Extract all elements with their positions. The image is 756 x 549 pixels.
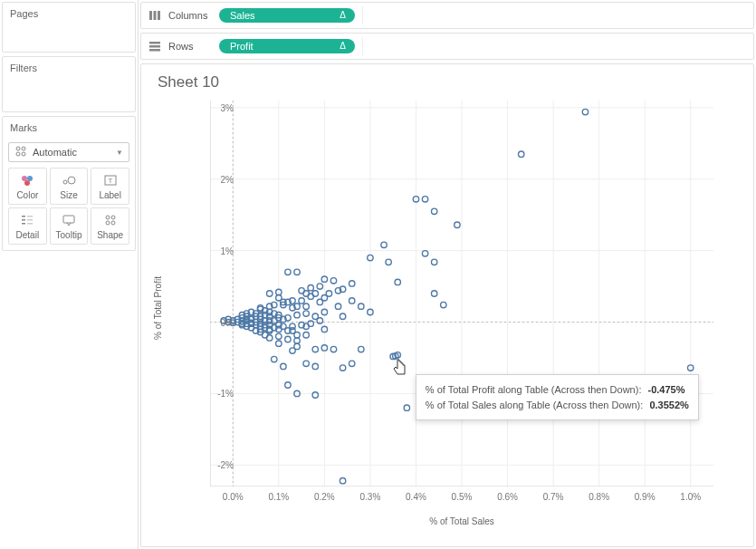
columns-shelf[interactable]: Columns Sales Δ [140,2,754,29]
svg-point-51 [431,208,436,214]
svg-point-178 [349,298,354,303]
svg-point-61 [330,278,336,284]
y-tick: 1% [221,246,234,255]
columns-pill[interactable]: Sales Δ [219,8,355,23]
svg-point-123 [285,382,291,388]
svg-point-173 [267,291,273,296]
rows-label: Rows [168,41,219,52]
svg-point-170 [317,284,322,289]
svg-point-73 [303,303,309,309]
columns-icon [147,10,163,21]
svg-rect-12 [22,219,25,221]
svg-rect-15 [27,219,33,221]
svg-point-114 [359,346,364,352]
filters-card[interactable]: Filters [2,56,136,112]
x-tick: 0.3% [360,492,381,502]
x-tick: 0.4% [406,492,426,502]
marks-shape-button[interactable]: Shape [91,207,129,245]
marks-type-dropdown[interactable]: Automatic ▼ [8,142,129,162]
columns-pill-text: Sales [230,10,255,21]
marks-tooltip-label: Tooltip [53,230,86,240]
svg-point-75 [317,299,322,304]
svg-point-56 [386,259,391,265]
marks-type-label: Automatic [33,147,116,158]
marks-color-button[interactable]: Color [8,168,47,205]
svg-point-179 [359,303,364,309]
marks-title: Marks [3,117,135,139]
tooltip-line2-label: % of Total Sales along Table (Across the… [426,400,644,410]
svg-point-5 [27,176,33,181]
svg-point-139 [294,312,300,317]
x-tick: 0.9% [635,492,656,502]
svg-rect-25 [149,42,160,44]
y-tick: 3% [221,102,234,112]
svg-point-3 [22,152,25,156]
svg-point-131 [299,298,304,303]
svg-point-59 [294,269,300,274]
tooltip-line1-label: % of Total Profit along Table (Across th… [426,384,642,395]
x-tick: 0.8% [589,492,609,502]
svg-point-53 [381,242,387,247]
rows-shelf[interactable]: Rows Profit Δ [140,33,754,60]
svg-point-50 [422,197,427,202]
svg-point-8 [68,177,75,184]
svg-point-21 [111,221,115,225]
marks-size-button[interactable]: Size [50,168,89,205]
svg-point-181 [340,313,345,319]
rows-pill[interactable]: Profit Δ [219,39,355,53]
svg-point-171 [326,291,331,296]
svg-point-1 [22,147,25,150]
svg-point-182 [317,318,322,323]
svg-point-6 [24,180,30,186]
shape-icon [93,212,127,228]
scatter-plot[interactable] [210,101,713,486]
svg-point-116 [303,361,309,366]
svg-rect-11 [22,216,25,217]
svg-point-58 [285,269,291,274]
svg-point-62 [349,281,354,286]
marks-tooltip-button[interactable]: Tooltip [50,207,89,245]
label-icon: T [93,172,127,188]
detail-icon [11,212,44,228]
svg-point-48 [519,151,524,157]
marks-detail-button[interactable]: Detail [8,207,47,245]
chart-zone[interactable]: % of Total Profit -2%-1%0%1%2%3% 0.0%0.1… [163,95,742,521]
svg-point-19 [111,216,115,219]
svg-point-158 [294,343,300,349]
svg-text:T: T [108,177,112,185]
x-tick: 0.2% [314,492,335,502]
y-tick: 2% [221,174,234,184]
marks-label-button[interactable]: T Label [91,168,129,205]
y-tick: -2% [217,460,234,470]
marks-detail-label: Detail [11,230,44,240]
x-tick: 0.5% [452,492,473,502]
svg-rect-14 [27,216,33,217]
svg-rect-27 [149,49,160,52]
svg-point-115 [272,356,277,361]
svg-point-86 [441,302,446,307]
marks-color-label: Color [11,190,44,200]
pages-card[interactable]: Pages [2,2,136,53]
svg-point-127 [340,477,345,483]
rows-pill-text: Profit [230,41,254,52]
svg-point-57 [431,259,436,265]
svg-point-112 [330,346,336,352]
svg-point-109 [294,338,300,343]
svg-point-54 [422,251,427,256]
svg-point-168 [299,288,304,294]
size-icon [53,172,86,188]
marks-card: Marks Automatic ▼ Color Size T [2,116,136,251]
svg-point-108 [285,336,291,342]
svg-point-0 [16,147,20,150]
svg-point-2 [16,152,20,156]
svg-point-20 [106,221,110,225]
pages-title: Pages [3,3,135,24]
sheet-title[interactable]: Sheet 10 [158,73,742,92]
svg-rect-26 [149,45,160,48]
svg-point-64 [395,279,400,284]
marks-shape-label: Shape [93,230,127,240]
sheet-area: Sheet 10 % of Total Profit -2%-1%0%1%2%3… [140,63,754,547]
svg-rect-16 [27,223,33,225]
svg-point-125 [312,392,318,398]
marks-label-label: Label [93,190,127,200]
